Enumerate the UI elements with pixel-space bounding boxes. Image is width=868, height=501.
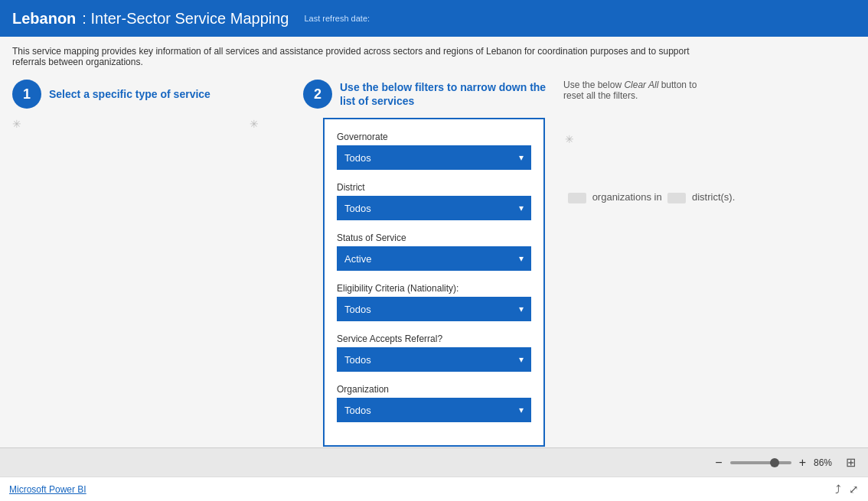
header-title-bold: Lebanon (12, 10, 76, 28)
deco-snowflake2: ✳ (250, 118, 259, 130)
share-icon[interactable]: ⤴ (835, 483, 841, 496)
filter-group-3: Eligibility Criteria (Nationality):Todos… (337, 283, 531, 321)
step1-visual-area: ✳ ✳ (12, 118, 311, 447)
step1-circle: 1 (12, 80, 41, 109)
description: This service mapping provides key inform… (12, 46, 701, 67)
filter-panel: GovernorateTodos▾DistrictTodos▾Status of… (323, 118, 545, 447)
filter-select-4[interactable]: Todos▾ (337, 347, 531, 372)
step2-label: Use the below filters to narrow down the… (340, 80, 548, 108)
filter-value-3: Todos (344, 304, 371, 315)
filter-label-1: District (337, 182, 531, 193)
powerbi-link[interactable]: Microsoft Power BI (9, 484, 86, 495)
filter-select-3[interactable]: Todos▾ (337, 297, 531, 321)
clearall-info: Use the below Clear All button to reset … (563, 80, 716, 101)
filter-select-2[interactable]: Active▾ (337, 246, 531, 271)
filter-label-0: Governorate (337, 132, 531, 142)
step1-container: 1 Select a specific type of service (12, 80, 303, 109)
filter-value-4: Todos (344, 354, 371, 366)
zoom-slider-thumb (770, 458, 779, 467)
bottom-bar: − + 86% ⊞ (0, 447, 868, 477)
filter-chevron-0: ▾ (519, 152, 524, 163)
filter-chevron-1: ▾ (519, 203, 524, 213)
right-info: ✳ organizations in district(s). (557, 118, 856, 447)
filter-label-3: Eligibility Criteria (Nationality): (337, 283, 531, 294)
filter-chevron-3: ▾ (519, 304, 524, 314)
filter-select-1[interactable]: Todos▾ (337, 196, 531, 220)
fullscreen-icon[interactable]: ⤢ (849, 483, 859, 496)
step1-label: Select a specific type of service (49, 88, 210, 100)
filter-group-5: OrganizationTodos▾ (337, 384, 531, 422)
filter-select-0[interactable]: Todos▾ (337, 145, 531, 170)
clearall-text1: Use the below (563, 80, 624, 90)
filter-group-0: GovernorateTodos▾ (337, 132, 531, 170)
zoom-slider[interactable] (730, 461, 791, 464)
filter-value-1: Todos (344, 203, 371, 214)
filter-select-5[interactable]: Todos▾ (337, 398, 531, 422)
steps-row: 1 Select a specific type of service 2 Us… (12, 80, 856, 109)
step2-circle: 2 (303, 80, 332, 109)
clearall-link-text: Clear All (624, 80, 658, 90)
org-count-suffix: district(s). (692, 191, 735, 203)
fit-to-screen-button[interactable]: ⊞ (843, 455, 859, 470)
filter-chevron-4: ▾ (519, 354, 524, 365)
filter-group-2: Status of ServiceActive▾ (337, 233, 531, 271)
step2-container: 2 Use the below filters to narrow down t… (303, 80, 548, 109)
filter-chevron-5: ▾ (519, 405, 524, 415)
zoom-value: 86% (814, 457, 838, 468)
lower-section: ✳ ✳ GovernorateTodos▾DistrictTodos▾Statu… (12, 118, 856, 447)
org-count-number (568, 193, 586, 203)
district-count-number (667, 193, 686, 203)
filter-value-5: Todos (344, 405, 371, 416)
footer: Microsoft Power BI ⤴ ⤢ (0, 477, 868, 501)
filter-chevron-2: ▾ (519, 253, 524, 264)
header-refresh: Last refresh date: (304, 14, 370, 23)
filter-label-4: Service Accepts Referral? (337, 333, 531, 344)
deco-snowflake1: ✳ (12, 118, 21, 130)
filter-group-4: Service Accepts Referral?Todos▾ (337, 333, 531, 372)
org-count-prefix: organizations in (592, 191, 662, 203)
header: Lebanon : Inter-Sector Service Mapping L… (0, 0, 868, 37)
deco-right: ✳ (565, 133, 848, 145)
filter-value-0: Todos (344, 152, 371, 164)
zoom-control: − + 86% ⊞ (712, 455, 859, 470)
zoom-minus-button[interactable]: − (712, 456, 725, 470)
filter-value-2: Active (344, 253, 371, 265)
main-content: This service mapping provides key inform… (0, 37, 868, 447)
filter-label-5: Organization (337, 384, 531, 395)
header-title-normal: : Inter-Sector Service Mapping (82, 10, 289, 28)
footer-icons: ⤴ ⤢ (835, 483, 859, 496)
zoom-plus-button[interactable]: + (796, 456, 809, 470)
filter-label-2: Status of Service (337, 233, 531, 243)
org-count-text: organizations in district(s). (565, 191, 848, 203)
filter-group-1: DistrictTodos▾ (337, 182, 531, 220)
